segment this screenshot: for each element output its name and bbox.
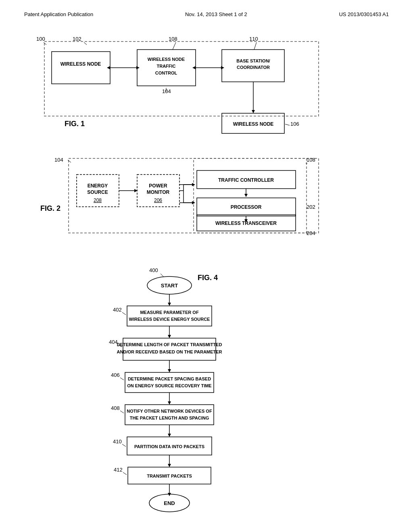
svg-rect-101 bbox=[125, 405, 214, 425]
svg-text:208: 208 bbox=[94, 197, 102, 203]
svg-text:THE PACKET LENGTH AND SPACING: THE PACKET LENGTH AND SPACING bbox=[130, 416, 209, 420]
svg-text:110: 110 bbox=[249, 36, 258, 42]
svg-line-113 bbox=[123, 472, 127, 475]
svg-line-8 bbox=[173, 42, 176, 50]
svg-text:WIRELESS NODE: WIRELESS NODE bbox=[233, 121, 274, 127]
svg-marker-98 bbox=[168, 401, 171, 405]
page-header: Patent Application Publication Nov. 14, … bbox=[0, 0, 413, 17]
svg-marker-91 bbox=[168, 369, 171, 372]
svg-text:108: 108 bbox=[307, 157, 315, 163]
svg-marker-60 bbox=[244, 194, 248, 197]
svg-text:108: 108 bbox=[169, 36, 177, 42]
svg-text:CONTROL: CONTROL bbox=[155, 71, 177, 75]
svg-marker-22 bbox=[192, 66, 196, 69]
svg-text:ENERGY: ENERGY bbox=[88, 183, 108, 189]
svg-text:TRANSMIT PACKETS: TRANSMIT PACKETS bbox=[147, 474, 192, 478]
svg-text:FIG. 2: FIG. 2 bbox=[40, 204, 60, 212]
svg-text:POWER: POWER bbox=[149, 183, 167, 189]
svg-rect-80 bbox=[127, 306, 212, 326]
svg-text:NOTIFY OTHER NETWORK DEVICES O: NOTIFY OTHER NETWORK DEVICES OF bbox=[127, 409, 212, 414]
svg-text:406: 406 bbox=[111, 372, 120, 378]
fig4-diagram: 400 FIG. 4 START 402 MEASURE PARAMETER O… bbox=[24, 263, 389, 532]
svg-text:102: 102 bbox=[73, 36, 81, 42]
svg-text:412: 412 bbox=[114, 467, 123, 473]
svg-marker-105 bbox=[168, 434, 171, 437]
svg-text:WIRELESS NODE: WIRELESS NODE bbox=[60, 61, 101, 67]
header-right: US 2013/0301453 A1 bbox=[339, 11, 389, 17]
svg-text:104: 104 bbox=[162, 88, 171, 94]
svg-line-4 bbox=[84, 42, 87, 45]
svg-marker-25 bbox=[252, 110, 255, 113]
svg-text:408: 408 bbox=[111, 405, 120, 411]
svg-marker-84 bbox=[168, 335, 171, 338]
svg-text:SOURCE: SOURCE bbox=[87, 189, 108, 195]
svg-text:202: 202 bbox=[307, 204, 315, 210]
svg-text:104: 104 bbox=[54, 157, 63, 163]
svg-line-35 bbox=[68, 160, 71, 162]
svg-line-72 bbox=[161, 274, 163, 276]
svg-text:AND/OR RECEIVED BASED ON THE P: AND/OR RECEIVED BASED ON THE PARAMETER bbox=[117, 349, 222, 354]
fig4-svg: 400 FIG. 4 START 402 MEASURE PARAMETER O… bbox=[24, 263, 387, 532]
svg-text:TRAFFIC CONTROLLER: TRAFFIC CONTROLLER bbox=[218, 177, 274, 183]
svg-text:204: 204 bbox=[307, 230, 315, 236]
svg-text:PARTITION DATA INTO PACKETS: PARTITION DATA INTO PACKETS bbox=[134, 444, 204, 449]
svg-text:400: 400 bbox=[149, 267, 158, 273]
svg-rect-0 bbox=[44, 42, 319, 116]
svg-text:TRAFFIC: TRAFFIC bbox=[156, 64, 175, 69]
svg-rect-94 bbox=[125, 372, 214, 393]
svg-text:410: 410 bbox=[113, 438, 122, 445]
svg-text:BASE STATION/: BASE STATION/ bbox=[236, 58, 270, 63]
svg-text:DETERMINE PACKET SPACING BASED: DETERMINE PACKET SPACING BASED bbox=[128, 376, 211, 381]
main-content: 100 102 WIRELESS NODE 108 WIRELESS NODE … bbox=[0, 17, 413, 532]
svg-text:MONITOR: MONITOR bbox=[147, 189, 170, 195]
svg-marker-117 bbox=[168, 493, 171, 496]
svg-line-79 bbox=[122, 312, 126, 315]
svg-line-14 bbox=[254, 42, 257, 50]
svg-text:FIG. 1: FIG. 1 bbox=[65, 120, 85, 128]
svg-text:ON ENERGY SOURCE RECOVERY TIME: ON ENERGY SOURCE RECOVERY TIME bbox=[127, 383, 211, 388]
fig1-diagram: 100 102 WIRELESS NODE 108 WIRELESS NODE … bbox=[24, 29, 389, 146]
svg-text:WIRELESS DEVICE ENERGY SOURCE: WIRELESS DEVICE ENERGY SOURCE bbox=[129, 317, 210, 322]
svg-text:402: 402 bbox=[113, 307, 122, 313]
svg-text:WIRELESS TRANSCEIVER: WIRELESS TRANSCEIVER bbox=[215, 220, 277, 226]
svg-marker-19 bbox=[107, 66, 110, 69]
svg-text:206: 206 bbox=[154, 197, 162, 203]
svg-marker-23 bbox=[221, 66, 224, 69]
svg-rect-5 bbox=[52, 52, 110, 84]
svg-text:START: START bbox=[161, 283, 178, 289]
svg-line-93 bbox=[120, 378, 124, 380]
svg-text:106: 106 bbox=[290, 121, 299, 127]
fig1-svg: 100 102 WIRELESS NODE 108 WIRELESS NODE … bbox=[24, 29, 387, 146]
svg-text:404: 404 bbox=[109, 339, 118, 345]
svg-line-29 bbox=[285, 124, 290, 125]
header-left: Patent Application Publication bbox=[24, 11, 93, 17]
svg-text:100: 100 bbox=[36, 36, 45, 42]
svg-text:WIRELESS NODE: WIRELESS NODE bbox=[148, 57, 185, 62]
svg-text:COORDINATOR: COORDINATOR bbox=[237, 65, 270, 70]
svg-marker-20 bbox=[136, 66, 140, 69]
fig2-diagram: 104 ENERGY SOURCE 208 POWER MONITOR 206 … bbox=[24, 154, 389, 255]
svg-line-2 bbox=[44, 42, 46, 45]
svg-line-100 bbox=[120, 411, 124, 413]
svg-text:FIG. 4: FIG. 4 bbox=[198, 274, 218, 282]
svg-text:END: END bbox=[164, 500, 175, 506]
header-center: Nov. 14, 2013 Sheet 1 of 2 bbox=[185, 11, 247, 17]
svg-text:PROCESSOR: PROCESSOR bbox=[231, 204, 262, 210]
svg-marker-111 bbox=[168, 464, 171, 467]
svg-marker-77 bbox=[168, 303, 171, 306]
svg-line-107 bbox=[122, 444, 126, 447]
svg-text:DETERMINE LENGTH OF PACKET TRA: DETERMINE LENGTH OF PACKET TRANSMITTED bbox=[117, 342, 222, 347]
fig2-svg: 104 ENERGY SOURCE 208 POWER MONITOR 206 … bbox=[24, 154, 387, 255]
svg-text:MEASURE PARAMETER OF: MEASURE PARAMETER OF bbox=[140, 310, 199, 315]
